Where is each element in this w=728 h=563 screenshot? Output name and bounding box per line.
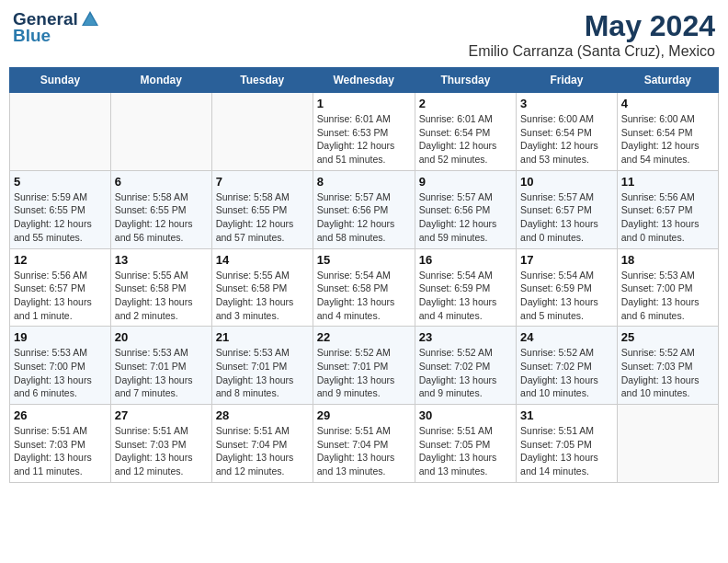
- calendar-day-cell: 11Sunrise: 5:56 AM Sunset: 6:57 PM Dayli…: [617, 170, 718, 248]
- calendar-day-cell: 27Sunrise: 5:51 AM Sunset: 7:03 PM Dayli…: [110, 405, 211, 483]
- day-info: Sunrise: 5:55 AM Sunset: 6:58 PM Dayligh…: [115, 269, 208, 323]
- day-info: Sunrise: 5:53 AM Sunset: 7:00 PM Dayligh…: [14, 346, 107, 400]
- calendar-header-saturday: Saturday: [617, 68, 718, 93]
- calendar-day-cell: 17Sunrise: 5:54 AM Sunset: 6:59 PM Dayli…: [517, 248, 618, 327]
- calendar-day-cell: 19Sunrise: 5:53 AM Sunset: 7:00 PM Dayli…: [10, 327, 111, 405]
- calendar-day-cell: 15Sunrise: 5:54 AM Sunset: 6:58 PM Dayli…: [313, 248, 415, 327]
- calendar-week-row: 26Sunrise: 5:51 AM Sunset: 7:03 PM Dayli…: [10, 405, 719, 483]
- calendar-day-cell: 8Sunrise: 5:57 AM Sunset: 6:56 PM Daylig…: [313, 170, 415, 248]
- day-number: 16: [419, 253, 512, 267]
- day-info: Sunrise: 5:57 AM Sunset: 6:56 PM Dayligh…: [317, 190, 411, 245]
- day-number: 28: [216, 408, 309, 422]
- calendar-day-cell: 16Sunrise: 5:54 AM Sunset: 6:59 PM Dayli…: [415, 248, 516, 327]
- day-number: 18: [621, 253, 714, 267]
- day-number: 30: [419, 408, 512, 422]
- day-number: 22: [317, 330, 411, 344]
- day-number: 14: [216, 253, 309, 267]
- calendar-day-cell: 29Sunrise: 5:51 AM Sunset: 7:04 PM Dayli…: [313, 405, 415, 483]
- day-info: Sunrise: 5:52 AM Sunset: 7:01 PM Dayligh…: [317, 346, 411, 400]
- calendar-day-cell: 9Sunrise: 5:57 AM Sunset: 6:56 PM Daylig…: [415, 170, 516, 248]
- calendar-day-cell: 10Sunrise: 5:57 AM Sunset: 6:57 PM Dayli…: [517, 170, 618, 248]
- calendar-day-cell: 24Sunrise: 5:52 AM Sunset: 7:02 PM Dayli…: [517, 327, 618, 405]
- calendar-day-cell: 25Sunrise: 5:52 AM Sunset: 7:03 PM Dayli…: [617, 327, 718, 405]
- day-info: Sunrise: 5:53 AM Sunset: 7:01 PM Dayligh…: [216, 346, 309, 400]
- day-info: Sunrise: 5:53 AM Sunset: 7:01 PM Dayligh…: [115, 346, 208, 400]
- calendar-header-wednesday: Wednesday: [313, 68, 415, 93]
- day-number: 4: [621, 97, 714, 110]
- day-info: Sunrise: 5:54 AM Sunset: 6:59 PM Dayligh…: [419, 269, 512, 323]
- calendar-day-cell: 2Sunrise: 6:01 AM Sunset: 6:54 PM Daylig…: [415, 93, 516, 171]
- day-info: Sunrise: 5:51 AM Sunset: 7:03 PM Dayligh…: [14, 424, 107, 478]
- calendar-week-row: 12Sunrise: 5:56 AM Sunset: 6:57 PM Dayli…: [10, 248, 719, 327]
- day-info: Sunrise: 5:52 AM Sunset: 7:03 PM Dayligh…: [621, 346, 714, 400]
- logo-icon: [80, 9, 100, 29]
- day-info: Sunrise: 5:51 AM Sunset: 7:04 PM Dayligh…: [317, 424, 411, 478]
- calendar-day-cell: 18Sunrise: 5:53 AM Sunset: 7:00 PM Dayli…: [617, 248, 718, 327]
- day-info: Sunrise: 5:57 AM Sunset: 6:56 PM Dayligh…: [419, 190, 512, 245]
- calendar-day-cell: 28Sunrise: 5:51 AM Sunset: 7:04 PM Dayli…: [211, 405, 313, 483]
- calendar-header-sunday: Sunday: [10, 68, 111, 93]
- logo: General Blue: [13, 9, 100, 46]
- day-number: 2: [419, 97, 512, 110]
- day-number: 24: [520, 330, 613, 344]
- calendar-day-cell: 4Sunrise: 6:00 AM Sunset: 6:54 PM Daylig…: [617, 93, 718, 171]
- calendar-day-cell: 31Sunrise: 5:51 AM Sunset: 7:05 PM Dayli…: [517, 405, 618, 483]
- calendar-table: SundayMondayTuesdayWednesdayThursdayFrid…: [9, 67, 719, 483]
- day-info: Sunrise: 6:00 AM Sunset: 6:54 PM Dayligh…: [520, 112, 613, 167]
- day-info: Sunrise: 5:54 AM Sunset: 6:59 PM Dayligh…: [520, 269, 613, 323]
- day-number: 15: [317, 253, 411, 267]
- calendar-day-cell: 5Sunrise: 5:59 AM Sunset: 6:55 PM Daylig…: [10, 170, 111, 248]
- day-info: Sunrise: 5:56 AM Sunset: 6:57 PM Dayligh…: [14, 269, 107, 323]
- day-number: 29: [317, 408, 411, 422]
- day-info: Sunrise: 5:54 AM Sunset: 6:58 PM Dayligh…: [317, 269, 411, 323]
- calendar-day-cell: [10, 93, 111, 171]
- day-info: Sunrise: 5:51 AM Sunset: 7:05 PM Dayligh…: [520, 424, 613, 478]
- day-info: Sunrise: 5:52 AM Sunset: 7:02 PM Dayligh…: [520, 346, 613, 400]
- calendar-day-cell: [110, 93, 211, 171]
- calendar-day-cell: 30Sunrise: 5:51 AM Sunset: 7:05 PM Dayli…: [415, 405, 516, 483]
- day-number: 1: [317, 97, 411, 110]
- calendar-header-thursday: Thursday: [415, 68, 516, 93]
- title-block: May 2024 Emilio Carranza (Santa Cruz), M…: [468, 9, 715, 60]
- day-info: Sunrise: 6:00 AM Sunset: 6:54 PM Dayligh…: [621, 112, 714, 167]
- day-info: Sunrise: 5:51 AM Sunset: 7:03 PM Dayligh…: [115, 424, 208, 478]
- day-number: 5: [14, 175, 107, 189]
- day-info: Sunrise: 5:53 AM Sunset: 7:00 PM Dayligh…: [621, 269, 714, 323]
- day-number: 26: [14, 408, 107, 422]
- calendar-header-friday: Friday: [517, 68, 618, 93]
- day-info: Sunrise: 5:58 AM Sunset: 6:55 PM Dayligh…: [115, 190, 208, 245]
- calendar-week-row: 5Sunrise: 5:59 AM Sunset: 6:55 PM Daylig…: [10, 170, 719, 248]
- day-info: Sunrise: 5:58 AM Sunset: 6:55 PM Dayligh…: [216, 190, 309, 245]
- day-info: Sunrise: 5:57 AM Sunset: 6:57 PM Dayligh…: [520, 190, 613, 245]
- day-info: Sunrise: 6:01 AM Sunset: 6:54 PM Dayligh…: [419, 112, 512, 167]
- calendar-header-row: SundayMondayTuesdayWednesdayThursdayFrid…: [10, 68, 719, 93]
- day-info: Sunrise: 5:55 AM Sunset: 6:58 PM Dayligh…: [216, 269, 309, 323]
- day-number: 8: [317, 175, 411, 189]
- calendar-day-cell: 23Sunrise: 5:52 AM Sunset: 7:02 PM Dayli…: [415, 327, 516, 405]
- calendar-day-cell: 12Sunrise: 5:56 AM Sunset: 6:57 PM Dayli…: [10, 248, 111, 327]
- calendar-day-cell: 26Sunrise: 5:51 AM Sunset: 7:03 PM Dayli…: [10, 405, 111, 483]
- calendar-header-monday: Monday: [110, 68, 211, 93]
- calendar-day-cell: 3Sunrise: 6:00 AM Sunset: 6:54 PM Daylig…: [517, 93, 618, 171]
- day-number: 21: [216, 330, 309, 344]
- day-number: 31: [520, 408, 613, 422]
- page-header: General Blue May 2024 Emilio Carranza (S…: [9, 9, 719, 60]
- day-number: 7: [216, 175, 309, 189]
- day-info: Sunrise: 5:52 AM Sunset: 7:02 PM Dayligh…: [419, 346, 512, 400]
- calendar-day-cell: 20Sunrise: 5:53 AM Sunset: 7:01 PM Dayli…: [110, 327, 211, 405]
- logo-blue: Blue: [13, 26, 51, 46]
- calendar-day-cell: [211, 93, 313, 171]
- day-number: 10: [520, 175, 613, 189]
- day-number: 12: [14, 253, 107, 267]
- page-subtitle: Emilio Carranza (Santa Cruz), Mexico: [468, 43, 715, 60]
- day-number: 19: [14, 330, 107, 344]
- calendar-day-cell: 21Sunrise: 5:53 AM Sunset: 7:01 PM Dayli…: [211, 327, 313, 405]
- calendar-day-cell: 13Sunrise: 5:55 AM Sunset: 6:58 PM Dayli…: [110, 248, 211, 327]
- calendar-day-cell: 14Sunrise: 5:55 AM Sunset: 6:58 PM Dayli…: [211, 248, 313, 327]
- calendar-day-cell: 22Sunrise: 5:52 AM Sunset: 7:01 PM Dayli…: [313, 327, 415, 405]
- calendar-header-tuesday: Tuesday: [211, 68, 313, 93]
- calendar-day-cell: 6Sunrise: 5:58 AM Sunset: 6:55 PM Daylig…: [110, 170, 211, 248]
- day-info: Sunrise: 6:01 AM Sunset: 6:53 PM Dayligh…: [317, 112, 411, 167]
- day-number: 6: [115, 175, 208, 189]
- day-number: 13: [115, 253, 208, 267]
